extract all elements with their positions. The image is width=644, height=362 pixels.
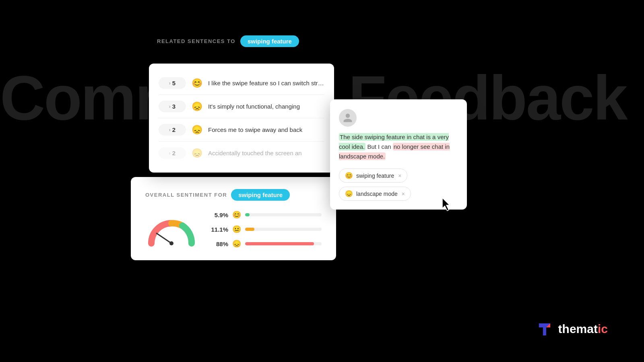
logo-text: thematic — [558, 322, 608, 336]
sentence-text-1: I like the swipe feature so I can switch… — [208, 80, 324, 86]
tag-emoji-positive: 😊 — [345, 172, 353, 179]
count-value: 2 — [172, 150, 175, 156]
stat-row-positive: 5.9% 😊 — [210, 210, 322, 219]
related-label: RELATED SENTENCES TO — [157, 38, 235, 44]
thematic-logo-icon — [536, 320, 553, 338]
stat-percent-negative: 88% — [210, 241, 228, 247]
sentiment-header: OVERALL SENTIMENT FOR swiping feature — [145, 189, 322, 201]
comment-text-plain: But I can — [367, 143, 392, 150]
chevron-icon: › — [169, 127, 171, 133]
related-header: RELATED SENTENCES TO swiping feature — [157, 35, 299, 47]
stat-row-negative: 88% 😞 — [210, 239, 322, 248]
stat-emoji-negative: 😞 — [232, 239, 241, 248]
tag-label-swiping: swiping feature — [356, 173, 394, 179]
stat-row-neutral: 11.1% 😐 — [210, 225, 322, 234]
count-badge-2b: › 2 — [159, 147, 186, 159]
sentiment-emoji-positive: 😊 — [192, 78, 202, 88]
comment-text: The side swiping feature in chat is a ve… — [339, 132, 458, 161]
sentiment-card: OVERALL SENTIMENT FOR swiping feature — [131, 177, 336, 260]
stat-bar-bg-positive — [245, 213, 322, 216]
tag-close-landscape[interactable]: × — [402, 191, 405, 197]
avatar — [339, 109, 357, 127]
sentiment-emoji-negative: 😞 — [192, 125, 202, 135]
count-badge-5: › 5 — [159, 77, 186, 89]
tag-close-swiping[interactable]: × — [398, 173, 401, 179]
sentence-text-3: Forces me to swipe away and back — [208, 126, 324, 133]
avatar-icon — [343, 113, 353, 123]
stat-bar-positive — [245, 213, 250, 216]
sentence-row[interactable]: › 5 😊 I like the swipe feature so I can … — [159, 72, 324, 95]
sentiment-overall-label: OVERALL SENTIMENT FOR — [145, 192, 227, 198]
comment-card: The side swiping feature in chat is a ve… — [330, 99, 467, 210]
sentence-text-2: It's simply not functional, changing — [208, 103, 324, 110]
stat-percent-positive: 5.9% — [210, 212, 228, 218]
sentence-row[interactable]: › 2 😞 Accidentally touched the screen an — [159, 142, 324, 165]
chevron-icon: › — [169, 80, 171, 86]
sentence-row[interactable]: › 2 😞 Forces me to swipe away and back — [159, 118, 324, 142]
chevron-icon: › — [169, 150, 171, 156]
thematic-logo: thematic — [536, 320, 608, 338]
stat-emoji-neutral: 😐 — [232, 225, 241, 234]
count-value: 3 — [172, 103, 175, 110]
sentence-text-4: Accidentally touched the screen an — [208, 150, 324, 156]
tags-row: 😊 swiping feature × 😞 landscape mode × — [339, 169, 458, 201]
gauge-svg — [145, 211, 198, 247]
stat-emoji-positive: 😊 — [232, 210, 241, 219]
sentiment-emoji-negative: 😞 — [192, 148, 202, 158]
sentiment-feature-badge[interactable]: swiping feature — [231, 189, 290, 201]
sentiment-emoji-negative: 😞 — [192, 101, 202, 112]
count-badge-3: › 3 — [159, 101, 186, 112]
tag-chip-landscape[interactable]: 😞 landscape mode × — [339, 187, 411, 201]
sentiment-stats: 5.9% 😊 11.1% 😐 88% 😞 — [210, 210, 322, 248]
count-badge-2a: › 2 — [159, 124, 186, 136]
stat-bar-bg-neutral — [245, 228, 322, 231]
sentiment-body: 5.9% 😊 11.1% 😐 88% 😞 — [145, 210, 322, 248]
stat-bar-bg-negative — [245, 242, 322, 245]
chevron-icon: › — [169, 104, 171, 109]
count-value: 2 — [172, 126, 175, 133]
tag-emoji-negative: 😞 — [345, 190, 353, 197]
stat-bar-negative — [245, 242, 314, 245]
stat-bar-neutral — [245, 228, 254, 231]
stat-percent-neutral: 11.1% — [210, 226, 228, 233]
gauge-chart — [145, 211, 198, 247]
sentence-row[interactable]: › 3 😞 It's simply not functional, changi… — [159, 95, 324, 118]
tag-chip-swiping[interactable]: 😊 swiping feature × — [339, 169, 407, 183]
svg-point-2 — [169, 241, 173, 245]
tag-label-landscape: landscape mode — [356, 191, 398, 197]
sentences-card: › 5 😊 I like the swipe feature so I can … — [149, 64, 334, 173]
related-feature-badge[interactable]: swiping feature — [240, 35, 299, 47]
count-value: 5 — [172, 80, 175, 86]
